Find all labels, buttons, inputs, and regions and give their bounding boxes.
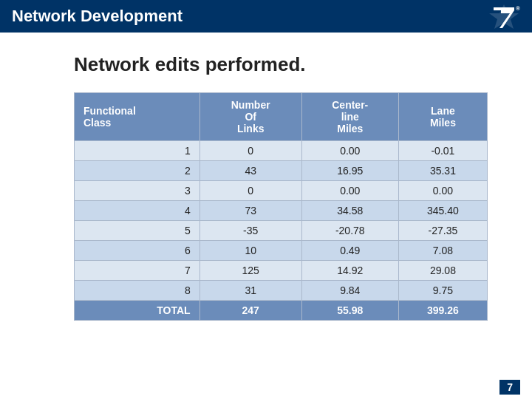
table-row: 712514.9229.08 bbox=[75, 261, 488, 281]
cell-centerline_miles: 0.00 bbox=[301, 181, 398, 201]
cell-centerline_miles: 9.84 bbox=[301, 281, 398, 301]
data-table: FunctionalClass NumberOfLinks Center-lin… bbox=[74, 92, 488, 321]
col-header-lane-miles: LaneMiles bbox=[398, 93, 487, 141]
cell-centerline_miles: 14.92 bbox=[301, 261, 398, 281]
table-row: 5-35-20.78-27.35 bbox=[75, 221, 488, 241]
cell-centerline_miles: 55.98 bbox=[301, 301, 398, 321]
cell-centerline_miles: 16.95 bbox=[301, 161, 398, 181]
cell-num_links: 247 bbox=[200, 301, 301, 321]
cell-num_links: 73 bbox=[200, 201, 301, 221]
cell-label: 5 bbox=[75, 221, 200, 241]
cell-num_links: 0 bbox=[200, 141, 301, 161]
cell-label: 3 bbox=[75, 181, 200, 201]
cell-label: 2 bbox=[75, 161, 200, 181]
col-header-functional-class: FunctionalClass bbox=[75, 93, 200, 141]
header-title: Network Development bbox=[12, 7, 183, 26]
cell-lane_miles: 9.75 bbox=[398, 281, 487, 301]
table-row: 100.00-0.01 bbox=[75, 141, 488, 161]
col-header-num-links: NumberOfLinks bbox=[200, 93, 301, 141]
cell-lane_miles: -0.01 bbox=[398, 141, 487, 161]
table-row: 300.000.00 bbox=[75, 181, 488, 201]
col-header-centerline-miles: Center-lineMiles bbox=[301, 93, 398, 141]
cell-label: 4 bbox=[75, 201, 200, 221]
cell-label: 7 bbox=[75, 261, 200, 281]
logo: ® bbox=[488, 3, 520, 30]
table-row: 8319.849.75 bbox=[75, 281, 488, 301]
cell-centerline_miles: 34.58 bbox=[301, 201, 398, 221]
main-content: Network edits performed. FunctionalClass… bbox=[0, 33, 532, 335]
cell-centerline_miles: 0.49 bbox=[301, 241, 398, 261]
cell-label: TOTAL bbox=[75, 301, 200, 321]
page-subtitle: Network edits performed. bbox=[74, 53, 306, 76]
cell-centerline_miles: 0.00 bbox=[301, 141, 398, 161]
cell-num_links: 43 bbox=[200, 161, 301, 181]
header: Network Development ® bbox=[0, 0, 532, 33]
cell-centerline_miles: -20.78 bbox=[301, 221, 398, 241]
cell-label: 6 bbox=[75, 241, 200, 261]
table-row: 6100.497.08 bbox=[75, 241, 488, 261]
cell-lane_miles: 0.00 bbox=[398, 181, 487, 201]
cell-label: 1 bbox=[75, 141, 200, 161]
cell-lane_miles: 7.08 bbox=[398, 241, 487, 261]
cell-lane_miles: -27.35 bbox=[398, 221, 487, 241]
svg-rect-1 bbox=[494, 7, 514, 10]
table-row: TOTAL24755.98399.26 bbox=[75, 301, 488, 321]
svg-text:®: ® bbox=[516, 5, 520, 12]
cell-num_links: 0 bbox=[200, 181, 301, 201]
cell-label: 8 bbox=[75, 281, 200, 301]
cell-num_links: 125 bbox=[200, 261, 301, 281]
table-row: 47334.58345.40 bbox=[75, 201, 488, 221]
cell-lane_miles: 29.08 bbox=[398, 261, 487, 281]
cell-num_links: 10 bbox=[200, 241, 301, 261]
table-row: 24316.9535.31 bbox=[75, 161, 488, 181]
cell-num_links: 31 bbox=[200, 281, 301, 301]
cell-lane_miles: 399.26 bbox=[398, 301, 487, 321]
page-footer-number: 7 bbox=[499, 380, 520, 395]
cell-num_links: -35 bbox=[200, 221, 301, 241]
cell-lane_miles: 345.40 bbox=[398, 201, 487, 221]
cell-lane_miles: 35.31 bbox=[398, 161, 487, 181]
